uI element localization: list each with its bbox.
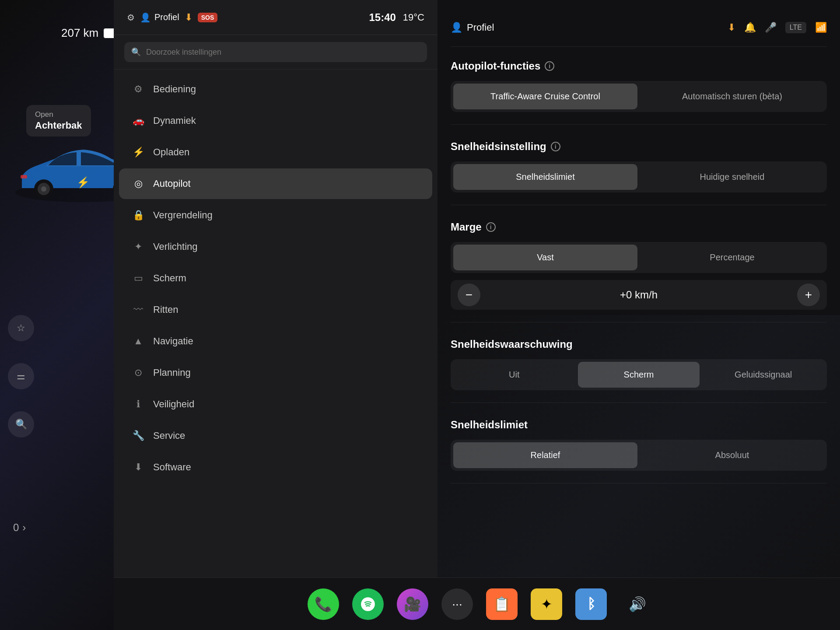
nav-item-bediening[interactable]: ⚙ Bediening — [119, 74, 432, 105]
toggle-btn-snelheidsinstelling-0[interactable]: Snelheidslimiet — [453, 164, 637, 190]
nav-item-dynamiek[interactable]: 🚗 Dynamiek — [119, 105, 432, 136]
search-sidebar-icon[interactable]: 🔍 — [8, 411, 34, 438]
nav-item-veiligheid[interactable]: ℹ Veiligheid — [119, 389, 432, 420]
content-area: 👤 Profiel ⬇ 🔔 🎤 LTE 📶 Autopilot-functies… — [438, 0, 840, 630]
toggle-btn-snelheidswaarschuwing-1[interactable]: Scherm — [578, 362, 700, 388]
section-title-snelheidslimiet: Snelheidslimiet — [451, 419, 827, 431]
equalizer-icon[interactable]: ⚌ — [8, 363, 34, 389]
nav-label-software: Software — [153, 462, 191, 473]
toggle-btn-snelheidswaarschuwing-0[interactable]: Uit — [453, 362, 575, 388]
sos-badge[interactable]: SOS — [198, 13, 218, 22]
nav-item-navigatie[interactable]: ▲ Navigatie — [119, 326, 432, 357]
left-sidebar-icons: ☆ ⚌ 🔍 — [8, 315, 34, 438]
nav-item-scherm[interactable]: ▭ Scherm — [119, 263, 432, 294]
stepper-marge: − +0 km/h + — [451, 280, 827, 310]
toggle-btn-snelheidswaarschuwing-2[interactable]: Geluidssignaal — [702, 362, 824, 388]
bell-icon[interactable]: 🔔 — [744, 22, 756, 33]
status-right: 15:40 19°C — [369, 11, 424, 24]
stepper-plus-marge[interactable]: + — [797, 284, 820, 306]
taskbar-bluetooth-icon[interactable]: ᛒ — [575, 588, 607, 620]
divider-snelheidsinstelling — [451, 205, 827, 205]
status-icons: ⚙ 👤 Profiel ⬇ SOS — [127, 12, 217, 23]
lte-badge: LTE — [785, 22, 806, 33]
toggle-btn-marge-1[interactable]: Percentage — [640, 245, 824, 270]
nav-icon-navigatie: ▲ — [132, 336, 144, 347]
toggle-btn-snelheidslimiet-1[interactable]: Absoluut — [640, 442, 824, 468]
nav-item-ritten[interactable]: 〰 Ritten — [119, 294, 432, 325]
info-icon-autopilot-functies[interactable]: i — [545, 61, 554, 71]
taskbar-volume-icon[interactable]: 🔊 — [629, 596, 646, 612]
search-input[interactable] — [146, 48, 420, 57]
toggle-btn-snelheidslimiet-0[interactable]: Relatief — [453, 442, 637, 468]
nav-item-autopilot[interactable]: ◎ Autopilot — [119, 168, 432, 199]
nav-item-verlichting[interactable]: ✦ Verlichting — [119, 231, 432, 262]
nav-label-dynamiek: Dynamiek — [153, 115, 196, 126]
search-icon: 🔍 — [131, 47, 141, 57]
download-header-icon[interactable]: ⬇ — [728, 22, 735, 33]
search-bar: 🔍 — [114, 35, 438, 70]
section-title-text-snelheidsinstelling: Snelheidsinstelling — [451, 140, 546, 153]
trunk-open-label: Open — [35, 110, 82, 119]
taskbar-notes-icon[interactable]: 📋 — [486, 588, 518, 620]
taskbar-more-icon[interactable]: ··· — [441, 588, 473, 620]
page-indicator: 0 › — [13, 522, 26, 534]
info-icon-marge[interactable]: i — [486, 222, 496, 232]
search-input-wrap[interactable]: 🔍 — [124, 42, 427, 62]
nav-icon-software: ⬇ — [132, 462, 144, 473]
section-marge: MargeiVastPercentage − +0 km/h + — [451, 221, 827, 322]
favorites-icon[interactable]: ☆ — [8, 315, 34, 341]
toggle-group-autopilot-functies: Traffic-Aware Cruise ControlAutomatisch … — [451, 81, 827, 112]
info-icon-snelheidsinstelling[interactable]: i — [551, 142, 560, 151]
section-title-autopilot-functies: Autopilot-functiesi — [451, 60, 827, 72]
nav-label-bediening: Bediening — [153, 84, 196, 95]
svg-text:⚡: ⚡ — [77, 176, 90, 189]
settings-panel: ⚙ 👤 Profiel ⬇ SOS 15:40 19°C 🔍 ⚙ — [114, 0, 438, 630]
nav-icon-ritten: 〰 — [132, 304, 144, 315]
profile-button[interactable]: 👤 Profiel — [140, 12, 179, 23]
nav-item-software[interactable]: ⬇ Software — [119, 452, 432, 483]
toggle-group-snelheidswaarschuwing: UitSchermGeluidssignaal — [451, 359, 827, 390]
toggle-btn-marge-0[interactable]: Vast — [453, 245, 637, 270]
taskbar-spotify-icon[interactable] — [352, 588, 384, 620]
taskbar-phone-icon[interactable]: 📞 — [308, 588, 339, 620]
content-header: 👤 Profiel ⬇ 🔔 🎤 LTE 📶 — [451, 13, 827, 47]
nav-item-service[interactable]: 🔧 Service — [119, 420, 432, 451]
nav-label-scherm: Scherm — [153, 273, 186, 284]
divider-marge — [451, 322, 827, 322]
status-left: ⚙ 👤 Profiel ⬇ SOS — [127, 12, 217, 23]
taskbar-games-icon[interactable]: ✦ — [531, 588, 562, 620]
section-autopilot-functies: Autopilot-functiesiTraffic-Aware Cruise … — [451, 60, 827, 125]
divider-autopilot-functies — [451, 124, 827, 125]
profile-person-icon: 👤 — [140, 12, 151, 23]
nav-icon-bediening: ⚙ — [132, 84, 144, 95]
divider-snelheidswaarschuwing — [451, 402, 827, 403]
trunk-achterbak-label: Achterbak — [35, 120, 82, 131]
section-title-text-snelheidswaarschuwing: Snelheidswaarschuwing — [451, 338, 573, 350]
profile-header-button[interactable]: 👤 Profiel — [451, 22, 494, 33]
profile-header-label: Profiel — [467, 22, 494, 33]
toggle-group-snelheidsinstelling: SnelheidslimietHuidige snelheid — [451, 161, 827, 192]
taskbar-camera-icon[interactable]: 🎥 — [397, 588, 428, 620]
trunk-card: Open Achterbak — [26, 105, 91, 136]
toggle-group-snelheidslimiet: RelatiefAbsoluut — [451, 440, 827, 471]
page-chevron[interactable]: › — [22, 522, 26, 534]
nav-item-opladen[interactable]: ⚡ Opladen — [119, 137, 432, 168]
toggle-btn-snelheidsinstelling-1[interactable]: Huidige snelheid — [640, 164, 824, 190]
section-snelheidswaarschuwing: SnelheidswaarschuwingUitSchermGeluidssig… — [451, 338, 827, 403]
mic-icon[interactable]: 🎤 — [765, 22, 777, 33]
header-icons: ⬇ 🔔 🎤 LTE 📶 — [728, 22, 827, 33]
profile-label: Profiel — [154, 12, 179, 22]
nav-icon-opladen: ⚡ — [132, 147, 144, 158]
nav-item-planning[interactable]: ⊙ Planning — [119, 357, 432, 388]
toggle-btn-autopilot-functies-1[interactable]: Automatisch sturen (bèta) — [640, 84, 824, 109]
nav-item-vergrendeling[interactable]: 🔒 Vergrendeling — [119, 200, 432, 231]
nav-label-autopilot: Autopilot — [153, 178, 191, 189]
mileage-value: 207 km — [61, 26, 98, 40]
profile-header-icon: 👤 — [451, 22, 462, 33]
svg-point-3 — [41, 186, 46, 192]
nav-icon-vergrendeling: 🔒 — [132, 210, 144, 221]
nav-menu: ⚙ Bediening 🚗 Dynamiek ⚡ Opladen ◎ Autop… — [114, 70, 438, 630]
section-title-text-marge: Marge — [451, 221, 482, 233]
stepper-minus-marge[interactable]: − — [458, 284, 480, 306]
toggle-btn-autopilot-functies-0[interactable]: Traffic-Aware Cruise Control — [453, 84, 637, 109]
